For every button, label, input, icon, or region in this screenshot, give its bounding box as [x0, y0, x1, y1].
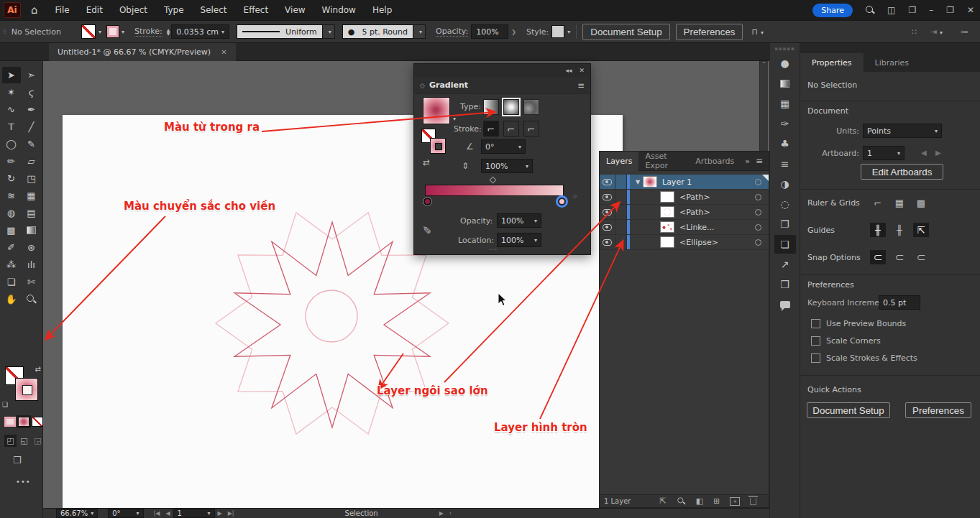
document-tab[interactable]: Untitled-1* @ 66.67 % (CMYK/Preview) ✕ — [49, 43, 236, 61]
type-radial-button[interactable] — [503, 99, 519, 115]
reverse-gradient-icon[interactable]: ⇄ — [423, 157, 430, 167]
tool-shape-builder[interactable]: ◍ — [2, 205, 21, 221]
layer-row-path1[interactable]: <Path> — [600, 190, 769, 205]
layer-row-layer1[interactable]: ▼ Layer 1 — [600, 175, 769, 190]
collect-for-export-icon[interactable]: ⇱ — [659, 496, 666, 506]
tool-paintbrush[interactable]: ✎ — [22, 136, 41, 152]
dock-icon-symbols[interactable]: ♣ — [774, 134, 796, 153]
dock-icon-stroke[interactable]: ≡ — [774, 154, 796, 173]
stroke-along-button[interactable]: ⌐ — [503, 121, 519, 137]
tool-blend[interactable]: ⊛ — [22, 239, 41, 256]
tool-perspective-grid[interactable]: ▤ — [22, 205, 41, 221]
snap-options-icon[interactable]: ⇥▾ — [930, 27, 943, 37]
menu-window[interactable]: Window — [322, 5, 356, 15]
style-dropdown[interactable]: ▾ — [551, 25, 570, 38]
stroke-weight-label[interactable]: Stroke: — [134, 27, 162, 37]
lock-cell[interactable] — [615, 175, 627, 189]
smart-guides-icon[interactable]: ⇱ — [913, 223, 929, 237]
menu-help[interactable]: Help — [372, 5, 392, 15]
lock-cell[interactable] — [615, 235, 627, 249]
close-button[interactable]: ✕ — [967, 5, 974, 15]
opacity-field[interactable]: 100% — [471, 24, 508, 39]
units-dropdown[interactable]: Points▾ — [863, 124, 942, 138]
tool-artboard[interactable]: ❏ — [2, 274, 21, 290]
qa-document-setup-button[interactable]: Document Setup — [807, 402, 890, 418]
eyedropper-icon[interactable]: ✐ — [421, 226, 434, 235]
dock-icon-color[interactable]: ● — [774, 54, 796, 73]
arrange-documents-icon[interactable]: ❐ — [908, 5, 916, 15]
menu-view[interactable]: View — [285, 5, 305, 15]
share-button[interactable]: Share — [812, 4, 853, 17]
keyboard-increment-field[interactable]: 0.5 pt — [879, 295, 920, 310]
home-icon[interactable]: ⌂ — [31, 4, 38, 17]
tool-pen[interactable]: ✒ — [22, 101, 41, 118]
tool-type[interactable]: T — [2, 119, 21, 135]
layer-thumbnail[interactable] — [660, 221, 674, 233]
none-button[interactable] — [32, 417, 43, 427]
document-tab-close-icon[interactable]: ✕ — [221, 48, 226, 56]
use-preview-bounds-checkbox[interactable] — [811, 319, 820, 328]
workspace-switcher-icon[interactable]: ◫ — [887, 5, 895, 15]
rotation-dropdown[interactable]: 0°▾ — [108, 509, 143, 518]
layer-name[interactable]: <Linke... — [679, 223, 715, 232]
type-freeform-button[interactable] — [523, 99, 539, 115]
color-button[interactable] — [4, 417, 16, 427]
draw-behind-icon[interactable]: ◱ — [18, 435, 30, 447]
locate-object-icon[interactable] — [677, 497, 684, 504]
stroke-swatch-gradient[interactable] — [15, 378, 38, 401]
draw-inside-icon[interactable]: ◲ — [32, 435, 44, 447]
gradient-preview-swatch[interactable] — [423, 97, 450, 124]
aspect-ratio-dropdown[interactable]: 100%▾ — [481, 159, 533, 173]
target-circle-icon[interactable] — [755, 239, 761, 246]
edit-artboards-button[interactable]: Edit Artboards — [861, 164, 943, 180]
panel-menu-icon[interactable]: ≡ — [754, 156, 769, 166]
artboard-nav-dropdown[interactable]: 1▾ — [173, 509, 215, 518]
prev-artboard-icon[interactable]: ◀ — [165, 510, 170, 517]
dock-icon-swatches[interactable]: ▦ — [774, 94, 796, 113]
tool-lasso[interactable]: ϛ — [22, 84, 41, 101]
opacity-label[interactable]: Opacity: — [436, 27, 468, 37]
tool-symbol-sprayer[interactable]: ⁂ — [2, 256, 21, 273]
menu-select[interactable]: Select — [201, 5, 227, 15]
stroke-weight-stepper[interactable]: ▲▼ — [167, 28, 170, 35]
menu-effect[interactable]: Effect — [244, 5, 269, 15]
preferences-button[interactable]: Preferences — [676, 24, 743, 40]
restore-button[interactable]: ❐ — [946, 5, 954, 15]
target-circle-icon[interactable] — [755, 179, 761, 185]
opacity-more-icon[interactable]: ❯ — [511, 29, 516, 35]
snap-to-grid-icon[interactable]: ⸦ — [892, 250, 907, 264]
tab-libraries[interactable]: Libraries — [864, 53, 921, 72]
tool-eraser[interactable]: ▱ — [22, 153, 41, 170]
menu-edit[interactable]: Edit — [86, 5, 103, 15]
dock-icon-layers[interactable]: ❏ — [774, 235, 796, 254]
stop-location-dropdown[interactable]: 100%▾ — [497, 233, 541, 247]
show-grid-icon[interactable]: ▦ — [892, 195, 907, 210]
target-circle-icon[interactable] — [755, 194, 761, 200]
dock-icon-asset-export[interactable]: ↗ — [774, 255, 796, 274]
next-artboard-icon[interactable]: ▶ — [218, 510, 222, 517]
show-guides-icon[interactable]: ╫ — [870, 223, 886, 237]
tool-curvature[interactable]: ∿ — [2, 101, 21, 118]
layer-name[interactable]: <Path> — [679, 193, 710, 202]
new-layer-icon[interactable]: ＋ — [730, 497, 740, 506]
tool-scale[interactable]: ◳ — [22, 170, 41, 187]
stroke-color-dropdown[interactable]: ▾ — [107, 26, 124, 37]
expand-chevron-icon[interactable]: ▼ — [633, 179, 643, 185]
dock-icon-gradient[interactable] — [774, 74, 796, 93]
tool-hand[interactable]: ✋ — [2, 291, 21, 307]
panel-overflow-icon[interactable]: » — [741, 157, 754, 166]
new-sublayer-icon[interactable]: ⊞ — [713, 496, 720, 506]
more-tools-button[interactable]: ••• — [16, 478, 31, 486]
layer-row-ellipse[interactable]: <Ellipse> — [600, 235, 769, 250]
layer-row-path2[interactable]: <Path> — [600, 205, 769, 220]
align-glyphs-icon[interactable]: ∷ — [912, 27, 917, 37]
tool-eyedropper[interactable]: ✐ — [2, 239, 21, 256]
tab-asset-export[interactable]: Asset Expor — [638, 152, 689, 171]
document-setup-button[interactable]: Document Setup — [582, 24, 669, 40]
panel-menu-icon[interactable]: ≡ — [577, 80, 585, 91]
layer-thumbnail[interactable] — [660, 191, 674, 203]
snap-to-point-icon[interactable]: ⸦ — [870, 250, 886, 264]
qa-preferences-button[interactable]: Preferences — [905, 402, 971, 418]
show-rulers-icon[interactable]: ⌐ — [870, 195, 886, 210]
tool-pencil[interactable]: ✏ — [2, 153, 21, 170]
